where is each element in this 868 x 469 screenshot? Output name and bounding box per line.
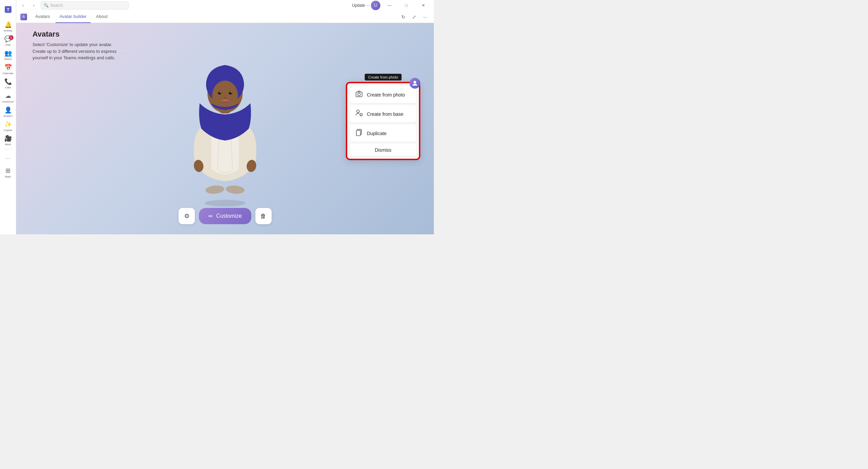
- search-placeholder: Search: [50, 3, 63, 8]
- sidebar-item-teams[interactable]: 👥 Teams: [1, 48, 15, 62]
- titlebar: ‹ › 🔍 Search Update ··· U — □ ✕: [16, 0, 434, 11]
- tab-avatars[interactable]: Avatars: [31, 11, 54, 23]
- sidebar-item-label: chat: [5, 43, 10, 46]
- duplicate-label: Duplicate: [367, 130, 386, 136]
- content-area: Avatars Select 'Customize' to update you…: [16, 23, 434, 234]
- main-container: ‹ › 🔍 Search Update ··· U — □ ✕ A Avatar…: [16, 0, 434, 234]
- sidebar-item-label: Apps: [5, 175, 11, 178]
- more-options-icon[interactable]: ···: [420, 12, 430, 22]
- svg-point-15: [414, 81, 416, 84]
- customize-button[interactable]: ✏ Customize: [199, 208, 251, 224]
- svg-text:T: T: [7, 7, 9, 12]
- sidebar-item-label: OneDrive: [2, 100, 14, 103]
- svg-rect-21: [356, 130, 360, 136]
- sidebar-item-label: Calls: [5, 86, 11, 89]
- sidebar: T 🔔 Activity 5 💬 chat 👥 Teams 📅 Calendar…: [0, 0, 16, 234]
- customize-label: Customize: [216, 213, 242, 219]
- onedrive-icon: ☁: [5, 92, 11, 100]
- tab-about[interactable]: About: [92, 11, 112, 23]
- avatar-figure: [181, 41, 269, 210]
- create-from-photo-item[interactable]: Create from photo: [350, 86, 416, 103]
- duplicate-item[interactable]: Duplicate: [350, 125, 416, 142]
- apps-icon: ⊞: [5, 167, 10, 174]
- chat-badge: 5: [9, 35, 14, 40]
- tab-right-icons: ↻ ⤢ ···: [399, 12, 430, 22]
- app-tab-icon-container: A: [20, 14, 27, 20]
- sidebar-item-label: Teams: [4, 58, 12, 61]
- sidebar-item-label: Calendar: [2, 72, 13, 75]
- settings-button[interactable]: ⚙: [179, 208, 195, 224]
- sidebar-item-label: Meet: [5, 143, 11, 146]
- customize-icon: ✏: [208, 213, 213, 219]
- settings-icon: ⚙: [184, 212, 190, 220]
- sidebar-item-calendar[interactable]: 📅 Calendar: [1, 62, 15, 76]
- avatar-image: [181, 41, 269, 210]
- page-description: Select 'Customize' to update your avatar…: [32, 41, 116, 61]
- svg-point-17: [358, 93, 360, 96]
- sidebar-item-label: Activity: [4, 29, 12, 32]
- duplicate-icon: [355, 129, 363, 138]
- activity-icon: 🔔: [4, 21, 12, 28]
- tab-avatar-builder[interactable]: Avatar builder: [55, 11, 91, 23]
- maximize-button[interactable]: □: [399, 0, 414, 11]
- create-from-base-label: Create from base: [367, 111, 403, 116]
- search-bar[interactable]: 🔍 Search: [41, 1, 129, 9]
- svg-point-18: [357, 110, 359, 113]
- titlebar-left: ‹ › 🔍 Search: [19, 1, 129, 9]
- sidebar-item-label: Avatars: [3, 114, 13, 118]
- app-icon: A: [20, 14, 27, 20]
- update-button[interactable]: Update ···: [352, 3, 370, 8]
- titlebar-right: Update ··· U — □ ✕: [352, 0, 431, 11]
- svg-point-14: [230, 92, 232, 93]
- sidebar-divider: [4, 149, 12, 149]
- delete-button[interactable]: 🗑: [255, 208, 271, 224]
- search-icon: 🔍: [44, 3, 49, 8]
- more-icon: ···: [5, 155, 10, 161]
- sidebar-item-more[interactable]: ···: [1, 151, 15, 165]
- sidebar-item-avatars[interactable]: 👤 Avatars: [1, 105, 15, 119]
- tabbar: A Avatars Avatar builder About ↻ ⤢ ···: [16, 11, 434, 23]
- copilot-icon: ✨: [4, 121, 12, 128]
- svg-point-13: [220, 92, 221, 93]
- sidebar-item-meet[interactable]: 🎥 Meet: [1, 133, 15, 147]
- person-settings-icon: [355, 109, 363, 119]
- sidebar-item-calls[interactable]: 📞 Calls: [1, 77, 15, 90]
- close-button[interactable]: ✕: [416, 0, 431, 11]
- meet-icon: 🎥: [4, 135, 12, 142]
- svg-point-3: [205, 185, 225, 195]
- refresh-icon[interactable]: ↻: [399, 12, 408, 22]
- camera-icon: [355, 90, 363, 99]
- dismiss-label: Dismiss: [375, 147, 392, 153]
- teams-icon: 👥: [4, 49, 12, 57]
- sidebar-item-copilot[interactable]: ✨ Copilot: [1, 119, 15, 133]
- forward-button[interactable]: ›: [30, 1, 38, 9]
- minimize-button[interactable]: —: [382, 0, 397, 11]
- dropdown-menu: Create from photo Create from photo: [346, 82, 420, 160]
- sidebar-item-activity[interactable]: 🔔 Activity: [1, 20, 15, 33]
- svg-point-2: [205, 200, 245, 207]
- svg-point-4: [225, 185, 245, 195]
- sidebar-logo: T: [1, 3, 15, 16]
- tooltip: Create from photo: [365, 74, 402, 81]
- sidebar-item-apps[interactable]: ⊞ Apps: [1, 166, 15, 179]
- calendar-icon: 📅: [4, 64, 12, 71]
- sidebar-item-label: Copilot: [4, 129, 12, 132]
- avatars-icon: 👤: [4, 106, 12, 114]
- dismiss-item[interactable]: Dismiss: [350, 144, 416, 156]
- sidebar-item-chat[interactable]: 5 💬 chat: [1, 34, 15, 47]
- create-from-photo-label: Create from photo: [367, 92, 405, 97]
- page-title: Avatars: [32, 30, 116, 39]
- sidebar-item-onedrive[interactable]: ☁ OneDrive: [1, 91, 15, 104]
- svg-point-19: [360, 113, 362, 116]
- delete-icon: 🗑: [260, 213, 266, 220]
- svg-rect-16: [356, 92, 362, 97]
- back-button[interactable]: ‹: [19, 1, 27, 9]
- create-from-base-item[interactable]: Create from base: [350, 105, 416, 123]
- bottom-toolbar: ⚙ ✏ Customize 🗑: [179, 208, 272, 224]
- dropdown-avatar-badge: [409, 78, 420, 89]
- popout-icon[interactable]: ⤢: [409, 12, 419, 22]
- calls-icon: 📞: [4, 78, 12, 85]
- user-avatar[interactable]: U: [371, 1, 380, 10]
- page-header: Avatars Select 'Customize' to update you…: [32, 30, 116, 61]
